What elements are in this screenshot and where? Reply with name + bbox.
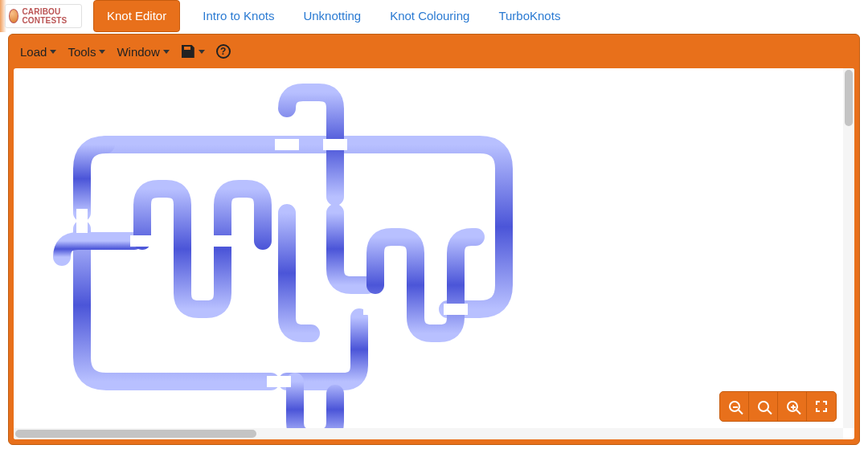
nav-tabs: Knot Editor Intro to Knots Unknotting Kn… bbox=[93, 0, 567, 32]
zoom-in-icon bbox=[787, 401, 798, 412]
knot-diagram bbox=[30, 76, 528, 439]
tab-knot-colouring[interactable]: Knot Colouring bbox=[383, 4, 476, 28]
logo-text: CARIBOU CONTESTS bbox=[22, 7, 78, 25]
fullscreen-button[interactable] bbox=[807, 392, 836, 421]
horizontal-scrollbar[interactable] bbox=[14, 428, 843, 439]
zoom-reset-icon bbox=[758, 401, 769, 412]
caret-down-icon bbox=[163, 50, 170, 54]
help-icon: ? bbox=[216, 44, 231, 59]
zoom-toolbar bbox=[719, 391, 837, 422]
tab-label: Knot Editor bbox=[107, 9, 166, 22]
globe-icon bbox=[9, 9, 18, 23]
tab-label: Knot Colouring bbox=[390, 9, 469, 22]
top-navbar: CARIBOU CONTESTS Knot Editor Intro to Kn… bbox=[0, 0, 868, 32]
menu-label: Window bbox=[117, 45, 159, 59]
editor-toolbar: Load Tools Window ? bbox=[9, 35, 859, 68]
tab-turboknots[interactable]: TurboKnots bbox=[492, 4, 567, 28]
tab-knot-editor[interactable]: Knot Editor bbox=[93, 0, 180, 32]
site-logo[interactable]: CARIBOU CONTESTS bbox=[5, 4, 82, 28]
tab-unknotting[interactable]: Unknotting bbox=[297, 4, 367, 28]
zoom-out-icon bbox=[729, 401, 740, 412]
caret-down-icon bbox=[50, 50, 56, 54]
scrollbar-thumb[interactable] bbox=[15, 430, 256, 438]
menu-label: Tools bbox=[68, 45, 96, 59]
scrollbar-thumb[interactable] bbox=[845, 70, 853, 126]
menu-label: Load bbox=[20, 45, 47, 59]
zoom-in-button[interactable] bbox=[778, 392, 807, 421]
caret-down-icon bbox=[199, 50, 205, 54]
menu-tools[interactable]: Tools bbox=[68, 45, 105, 59]
help-glyph: ? bbox=[220, 46, 226, 57]
tab-label: TurboKnots bbox=[498, 9, 560, 22]
editor-frame: Load Tools Window ? bbox=[8, 34, 860, 445]
save-button[interactable] bbox=[181, 44, 205, 59]
knot-canvas[interactable] bbox=[14, 68, 854, 439]
vertical-scrollbar[interactable] bbox=[843, 68, 854, 428]
menu-load[interactable]: Load bbox=[20, 45, 56, 59]
tab-intro-to-knots[interactable]: Intro to Knots bbox=[196, 4, 280, 28]
help-button[interactable]: ? bbox=[216, 44, 231, 59]
save-icon bbox=[182, 45, 194, 58]
tab-label: Unknotting bbox=[303, 9, 361, 22]
tab-label: Intro to Knots bbox=[203, 9, 274, 22]
zoom-reset-button[interactable] bbox=[749, 392, 778, 421]
menu-window[interactable]: Window bbox=[117, 45, 169, 59]
fullscreen-icon bbox=[816, 401, 827, 412]
caret-down-icon bbox=[99, 50, 105, 54]
zoom-out-button[interactable] bbox=[720, 392, 749, 421]
